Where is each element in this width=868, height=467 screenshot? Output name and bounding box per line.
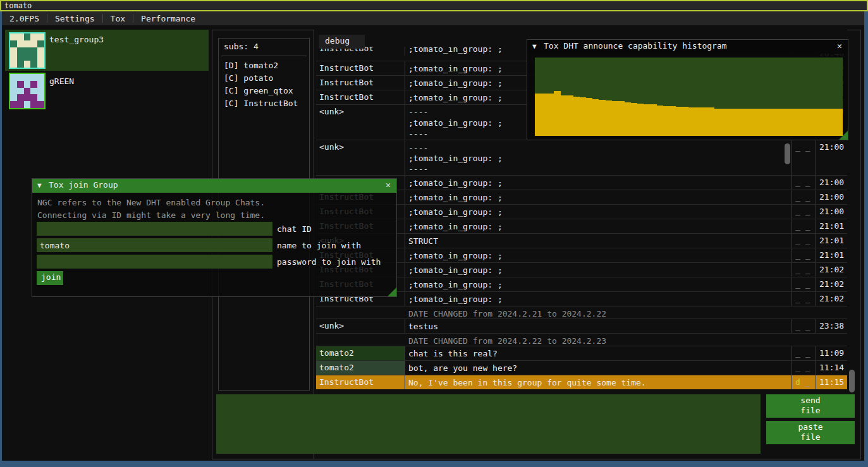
avatar-pixel: [30, 40, 37, 47]
message-status: _ _: [792, 190, 816, 204]
tab-debug[interactable]: debug: [319, 35, 365, 49]
avatar-pixel: [30, 54, 37, 61]
chat-id-input[interactable]: [37, 222, 272, 236]
window-border-bottom: [0, 461, 868, 467]
message-text: ;tomato_in_group: ;: [405, 176, 792, 190]
histogram-bar: [637, 104, 644, 136]
message-text: ;tomato_in_group: ;: [405, 277, 792, 291]
message-status: _ _: [792, 277, 816, 291]
histogram-bar: [721, 109, 727, 136]
avatar-pixel: [10, 94, 17, 101]
subs-member-item[interactable]: [C] potato: [224, 72, 298, 85]
message-text: ;tomato_in_group: ;: [405, 292, 792, 306]
join-button[interactable]: join: [37, 271, 63, 285]
histogram-bar: [785, 109, 791, 136]
send-file-button[interactable]: send file: [766, 394, 855, 418]
avatar-pixel: [24, 101, 31, 108]
resize-grip-icon[interactable]: [839, 131, 848, 140]
message-status: _ _: [792, 361, 816, 375]
histogram-bar: [580, 97, 586, 136]
avatar-pixel: [30, 61, 37, 68]
menu-item-settings[interactable]: Settings: [47, 13, 102, 25]
message-status: d _: [792, 375, 816, 389]
chat-scrollbar[interactable]: [849, 370, 855, 392]
menu-bar: 2.0FPS Settings Tox Performance: [2, 11, 864, 25]
message-input[interactable]: [216, 394, 761, 454]
group-name: test_group3: [49, 35, 104, 44]
message-status: _ _: [792, 263, 816, 277]
histogram-bar: [695, 107, 702, 136]
message-status: _ _: [792, 248, 816, 262]
histogram-bar: [663, 106, 669, 136]
message-row: tomato2chat is this real?_ _11:09: [316, 346, 847, 360]
message-time: 11:09: [816, 346, 847, 360]
message-text: bot, are you new here?: [405, 361, 792, 375]
histogram-bar: [606, 100, 612, 136]
dht-histogram-plot: [535, 58, 843, 136]
paste-file-button[interactable]: paste file: [766, 421, 855, 444]
window-titlebar[interactable]: tomato: [0, 0, 868, 11]
join-name-input[interactable]: [37, 238, 272, 252]
group-avatar: [9, 73, 46, 109]
avatar-pixel: [37, 40, 44, 47]
subs-member-item[interactable]: [C] green_qtox: [224, 85, 298, 97]
dht-histogram-titlebar[interactable]: ▼ Tox DHT announce capability histogram …: [527, 40, 848, 54]
window-border-right: [864, 11, 868, 461]
message-status: _ _: [792, 176, 816, 190]
message-row: <unk>---- ;tomato_in_group: ; ----_ _21:…: [316, 140, 847, 175]
collapse-arrow-icon[interactable]: ▼: [37, 181, 42, 190]
histogram-bar: [657, 106, 663, 136]
join-group-title: Tox join Group: [49, 180, 118, 190]
message-time: 21:00: [816, 176, 847, 190]
avatar-pixel: [37, 61, 44, 68]
close-icon[interactable]: ✕: [834, 41, 845, 52]
message-status: _ _: [792, 205, 816, 219]
message-time: 21:00: [816, 190, 847, 204]
collapse-arrow-icon[interactable]: ▼: [532, 42, 537, 51]
menu-item-performance[interactable]: Performance: [133, 13, 203, 25]
message-time: 21:01: [816, 219, 847, 233]
message-status: _ _: [792, 292, 816, 306]
subs-member-item[interactable]: [D] tomato2: [224, 59, 298, 72]
message-row: <unk>testus_ _23:38: [316, 318, 847, 333]
histogram-bar: [810, 109, 817, 136]
resize-grip-icon[interactable]: [388, 288, 396, 296]
avatar-pixel: [17, 88, 24, 95]
message-time: 21:00: [816, 140, 847, 175]
avatar-pixel: [17, 81, 24, 88]
avatar-pixel: [24, 33, 31, 40]
message-time: 21:02: [816, 277, 847, 291]
avatar-pixel: [17, 47, 24, 54]
histogram-bar: [573, 97, 580, 136]
date-changed-text: DATE CHANGED from 2024.2.21 to 2024.2.22: [405, 306, 792, 318]
chat-id-label: chat ID: [277, 224, 312, 234]
message-text: testus: [405, 319, 792, 333]
sidebar-group-test_group3[interactable]: test_group3: [5, 30, 209, 71]
join-password-input[interactable]: [37, 255, 272, 269]
subs-member-item[interactable]: [C] InstructBot: [224, 97, 298, 110]
group-avatar: [9, 32, 46, 69]
message-time: 11:14: [816, 361, 847, 375]
avatar-pixel: [24, 40, 31, 47]
message-status: _ _: [792, 346, 816, 360]
avatar-pixel: [10, 88, 17, 95]
app-window: tomato 2.0FPS Settings Tox Performance t…: [0, 0, 868, 467]
avatar-pixel: [10, 61, 17, 68]
histogram-bar: [676, 107, 682, 136]
join-password-label: password to join with: [277, 257, 381, 267]
close-icon[interactable]: ✕: [382, 180, 394, 191]
message-author: <unk>: [316, 105, 405, 140]
menu-item-tox[interactable]: Tox: [103, 13, 133, 25]
message-text: ;tomato_in_group: ;: [405, 205, 792, 219]
message-author: InstructBot: [316, 90, 405, 104]
group-name: gREEN: [49, 76, 74, 86]
sidebar-group-green[interactable]: gREEN: [5, 71, 209, 108]
message-author: InstructBot: [316, 375, 405, 389]
fps-indicator: 2.0FPS: [2, 13, 47, 25]
message-author: InstructBot: [316, 76, 405, 90]
join-group-titlebar[interactable]: ▼ Tox join Group ✕: [32, 179, 396, 193]
chat-inner-scrollbar[interactable]: [785, 143, 790, 164]
histogram-bar: [753, 109, 759, 136]
histogram-bar: [625, 102, 631, 136]
avatar-pixel: [37, 94, 44, 101]
